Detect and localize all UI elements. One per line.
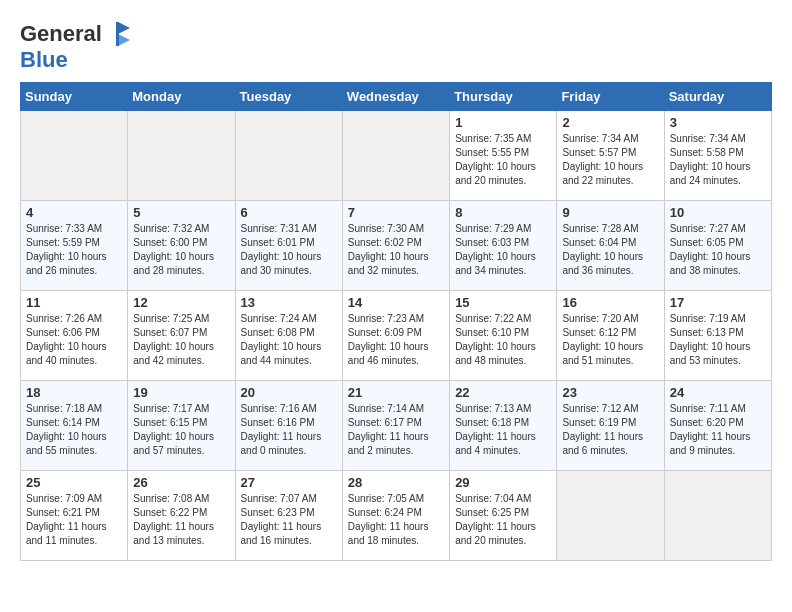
calendar-cell: 16Sunrise: 7:20 AMSunset: 6:12 PMDayligh… [557, 291, 664, 381]
calendar-cell: 25Sunrise: 7:09 AMSunset: 6:21 PMDayligh… [21, 471, 128, 561]
day-info: Sunrise: 7:17 AMSunset: 6:15 PMDaylight:… [133, 402, 229, 458]
day-info: Sunrise: 7:07 AMSunset: 6:23 PMDaylight:… [241, 492, 337, 548]
calendar-cell: 20Sunrise: 7:16 AMSunset: 6:16 PMDayligh… [235, 381, 342, 471]
calendar-cell: 23Sunrise: 7:12 AMSunset: 6:19 PMDayligh… [557, 381, 664, 471]
day-info: Sunrise: 7:25 AMSunset: 6:07 PMDaylight:… [133, 312, 229, 368]
calendar-week-row: 4Sunrise: 7:33 AMSunset: 5:59 PMDaylight… [21, 201, 772, 291]
day-info: Sunrise: 7:26 AMSunset: 6:06 PMDaylight:… [26, 312, 122, 368]
day-info: Sunrise: 7:24 AMSunset: 6:08 PMDaylight:… [241, 312, 337, 368]
day-number: 15 [455, 295, 551, 310]
day-number: 21 [348, 385, 444, 400]
day-number: 22 [455, 385, 551, 400]
day-number: 16 [562, 295, 658, 310]
logo-blue: Blue [20, 47, 68, 72]
calendar-week-row: 11Sunrise: 7:26 AMSunset: 6:06 PMDayligh… [21, 291, 772, 381]
day-number: 24 [670, 385, 766, 400]
day-info: Sunrise: 7:34 AMSunset: 5:58 PMDaylight:… [670, 132, 766, 188]
weekday-header-tuesday: Tuesday [235, 83, 342, 111]
calendar-cell: 13Sunrise: 7:24 AMSunset: 6:08 PMDayligh… [235, 291, 342, 381]
day-info: Sunrise: 7:28 AMSunset: 6:04 PMDaylight:… [562, 222, 658, 278]
day-number: 1 [455, 115, 551, 130]
calendar-cell: 3Sunrise: 7:34 AMSunset: 5:58 PMDaylight… [664, 111, 771, 201]
day-number: 17 [670, 295, 766, 310]
day-info: Sunrise: 7:11 AMSunset: 6:20 PMDaylight:… [670, 402, 766, 458]
day-info: Sunrise: 7:35 AMSunset: 5:55 PMDaylight:… [455, 132, 551, 188]
day-info: Sunrise: 7:22 AMSunset: 6:10 PMDaylight:… [455, 312, 551, 368]
day-info: Sunrise: 7:16 AMSunset: 6:16 PMDaylight:… [241, 402, 337, 458]
calendar-cell [342, 111, 449, 201]
day-info: Sunrise: 7:18 AMSunset: 6:14 PMDaylight:… [26, 402, 122, 458]
weekday-header-thursday: Thursday [450, 83, 557, 111]
weekday-header-monday: Monday [128, 83, 235, 111]
day-number: 9 [562, 205, 658, 220]
calendar-cell: 17Sunrise: 7:19 AMSunset: 6:13 PMDayligh… [664, 291, 771, 381]
svg-rect-2 [116, 22, 119, 46]
calendar-cell: 8Sunrise: 7:29 AMSunset: 6:03 PMDaylight… [450, 201, 557, 291]
calendar-cell [664, 471, 771, 561]
calendar-cell: 15Sunrise: 7:22 AMSunset: 6:10 PMDayligh… [450, 291, 557, 381]
calendar-cell: 18Sunrise: 7:18 AMSunset: 6:14 PMDayligh… [21, 381, 128, 471]
day-number: 27 [241, 475, 337, 490]
day-number: 6 [241, 205, 337, 220]
calendar-cell: 6Sunrise: 7:31 AMSunset: 6:01 PMDaylight… [235, 201, 342, 291]
svg-marker-1 [118, 34, 130, 46]
calendar-cell [235, 111, 342, 201]
logo: General Blue [20, 20, 132, 72]
day-number: 14 [348, 295, 444, 310]
calendar-cell [557, 471, 664, 561]
day-number: 11 [26, 295, 122, 310]
calendar-cell: 10Sunrise: 7:27 AMSunset: 6:05 PMDayligh… [664, 201, 771, 291]
day-number: 13 [241, 295, 337, 310]
calendar-cell: 22Sunrise: 7:13 AMSunset: 6:18 PMDayligh… [450, 381, 557, 471]
day-info: Sunrise: 7:30 AMSunset: 6:02 PMDaylight:… [348, 222, 444, 278]
day-number: 7 [348, 205, 444, 220]
day-number: 5 [133, 205, 229, 220]
calendar-cell: 28Sunrise: 7:05 AMSunset: 6:24 PMDayligh… [342, 471, 449, 561]
calendar-cell: 27Sunrise: 7:07 AMSunset: 6:23 PMDayligh… [235, 471, 342, 561]
day-number: 3 [670, 115, 766, 130]
day-info: Sunrise: 7:34 AMSunset: 5:57 PMDaylight:… [562, 132, 658, 188]
calendar-cell: 2Sunrise: 7:34 AMSunset: 5:57 PMDaylight… [557, 111, 664, 201]
calendar-cell: 29Sunrise: 7:04 AMSunset: 6:25 PMDayligh… [450, 471, 557, 561]
day-info: Sunrise: 7:19 AMSunset: 6:13 PMDaylight:… [670, 312, 766, 368]
weekday-header-row: SundayMondayTuesdayWednesdayThursdayFrid… [21, 83, 772, 111]
calendar-cell: 9Sunrise: 7:28 AMSunset: 6:04 PMDaylight… [557, 201, 664, 291]
calendar-cell: 4Sunrise: 7:33 AMSunset: 5:59 PMDaylight… [21, 201, 128, 291]
calendar-cell: 12Sunrise: 7:25 AMSunset: 6:07 PMDayligh… [128, 291, 235, 381]
day-info: Sunrise: 7:08 AMSunset: 6:22 PMDaylight:… [133, 492, 229, 548]
day-info: Sunrise: 7:31 AMSunset: 6:01 PMDaylight:… [241, 222, 337, 278]
day-info: Sunrise: 7:05 AMSunset: 6:24 PMDaylight:… [348, 492, 444, 548]
day-number: 8 [455, 205, 551, 220]
weekday-header-saturday: Saturday [664, 83, 771, 111]
day-number: 29 [455, 475, 551, 490]
day-info: Sunrise: 7:33 AMSunset: 5:59 PMDaylight:… [26, 222, 122, 278]
calendar-cell [128, 111, 235, 201]
day-number: 2 [562, 115, 658, 130]
day-info: Sunrise: 7:09 AMSunset: 6:21 PMDaylight:… [26, 492, 122, 548]
day-number: 26 [133, 475, 229, 490]
day-info: Sunrise: 7:27 AMSunset: 6:05 PMDaylight:… [670, 222, 766, 278]
weekday-header-wednesday: Wednesday [342, 83, 449, 111]
day-info: Sunrise: 7:23 AMSunset: 6:09 PMDaylight:… [348, 312, 444, 368]
calendar-cell: 7Sunrise: 7:30 AMSunset: 6:02 PMDaylight… [342, 201, 449, 291]
day-number: 18 [26, 385, 122, 400]
day-info: Sunrise: 7:14 AMSunset: 6:17 PMDaylight:… [348, 402, 444, 458]
logo-flag-icon [104, 20, 132, 48]
day-number: 10 [670, 205, 766, 220]
day-info: Sunrise: 7:13 AMSunset: 6:18 PMDaylight:… [455, 402, 551, 458]
day-number: 19 [133, 385, 229, 400]
day-number: 4 [26, 205, 122, 220]
calendar-cell: 24Sunrise: 7:11 AMSunset: 6:20 PMDayligh… [664, 381, 771, 471]
day-info: Sunrise: 7:20 AMSunset: 6:12 PMDaylight:… [562, 312, 658, 368]
weekday-header-sunday: Sunday [21, 83, 128, 111]
day-number: 23 [562, 385, 658, 400]
day-number: 28 [348, 475, 444, 490]
day-info: Sunrise: 7:04 AMSunset: 6:25 PMDaylight:… [455, 492, 551, 548]
calendar-cell: 14Sunrise: 7:23 AMSunset: 6:09 PMDayligh… [342, 291, 449, 381]
day-number: 25 [26, 475, 122, 490]
day-info: Sunrise: 7:12 AMSunset: 6:19 PMDaylight:… [562, 402, 658, 458]
logo-general: General [20, 21, 102, 46]
day-info: Sunrise: 7:32 AMSunset: 6:00 PMDaylight:… [133, 222, 229, 278]
day-info: Sunrise: 7:29 AMSunset: 6:03 PMDaylight:… [455, 222, 551, 278]
calendar-week-row: 18Sunrise: 7:18 AMSunset: 6:14 PMDayligh… [21, 381, 772, 471]
